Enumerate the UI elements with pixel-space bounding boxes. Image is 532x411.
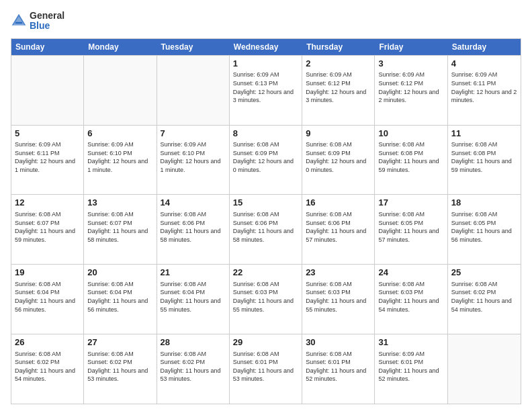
day-info: Sunrise: 6:08 AM Sunset: 6:02 PM Dayligh… (15, 350, 80, 383)
day-number: 9 (306, 128, 371, 140)
calendar-cell: 1Sunrise: 6:09 AM Sunset: 6:13 PM Daylig… (230, 56, 302, 125)
day-info: Sunrise: 6:08 AM Sunset: 6:08 PM Dayligh… (451, 140, 517, 174)
day-number: 3 (378, 58, 443, 70)
calendar-cell: 29Sunrise: 6:08 AM Sunset: 6:01 PM Dayli… (230, 334, 302, 404)
day-info: Sunrise: 6:08 AM Sunset: 6:02 PM Dayligh… (451, 280, 517, 314)
calendar-cell: 8Sunrise: 6:08 AM Sunset: 6:09 PM Daylig… (230, 126, 302, 195)
day-info: Sunrise: 6:09 AM Sunset: 6:11 PM Dayligh… (451, 71, 517, 104)
calendar-cell: 6Sunrise: 6:09 AM Sunset: 6:10 PM Daylig… (84, 126, 157, 195)
calendar-row: 1Sunrise: 6:09 AM Sunset: 6:13 PM Daylig… (11, 55, 521, 125)
calendar-cell: 30Sunrise: 6:08 AM Sunset: 6:01 PM Dayli… (302, 334, 375, 404)
calendar-cell: 7Sunrise: 6:09 AM Sunset: 6:10 PM Daylig… (157, 126, 230, 195)
day-number: 1 (233, 58, 298, 70)
weekday-header: Saturday (448, 39, 521, 55)
day-number: 14 (161, 197, 226, 209)
day-number: 2 (306, 58, 371, 70)
calendar-cell: 4Sunrise: 6:09 AM Sunset: 6:11 PM Daylig… (448, 56, 521, 125)
day-number: 13 (87, 197, 152, 209)
calendar-cell: 10Sunrise: 6:08 AM Sunset: 6:08 PM Dayli… (375, 126, 447, 195)
day-info: Sunrise: 6:08 AM Sunset: 6:07 PM Dayligh… (87, 210, 152, 244)
calendar-cell: 24Sunrise: 6:08 AM Sunset: 6:03 PM Dayli… (375, 265, 447, 334)
logo-text: General Blue (30, 11, 64, 32)
weekday-header: Sunday (11, 39, 84, 55)
day-info: Sunrise: 6:08 AM Sunset: 6:03 PM Dayligh… (378, 280, 443, 314)
calendar-cell: 5Sunrise: 6:09 AM Sunset: 6:11 PM Daylig… (11, 126, 84, 195)
day-info: Sunrise: 6:08 AM Sunset: 6:09 PM Dayligh… (306, 140, 371, 174)
day-number: 11 (451, 128, 517, 140)
calendar: SundayMondayTuesdayWednesdayThursdayFrid… (11, 38, 521, 404)
calendar-cell (11, 56, 84, 125)
day-number: 21 (161, 267, 226, 279)
day-info: Sunrise: 6:08 AM Sunset: 6:06 PM Dayligh… (161, 210, 226, 244)
weekday-header: Wednesday (230, 39, 302, 55)
logo: General Blue (11, 11, 64, 32)
day-info: Sunrise: 6:09 AM Sunset: 6:13 PM Dayligh… (233, 71, 298, 104)
day-info: Sunrise: 6:08 AM Sunset: 6:09 PM Dayligh… (233, 140, 298, 174)
day-info: Sunrise: 6:08 AM Sunset: 6:01 PM Dayligh… (306, 350, 371, 383)
day-info: Sunrise: 6:09 AM Sunset: 6:10 PM Dayligh… (161, 140, 226, 174)
day-number: 4 (451, 58, 517, 70)
calendar-cell: 17Sunrise: 6:08 AM Sunset: 6:05 PM Dayli… (375, 195, 447, 264)
calendar-row: 5Sunrise: 6:09 AM Sunset: 6:11 PM Daylig… (11, 125, 521, 195)
day-info: Sunrise: 6:08 AM Sunset: 6:08 PM Dayligh… (378, 140, 443, 174)
calendar-cell: 14Sunrise: 6:08 AM Sunset: 6:06 PM Dayli… (157, 195, 230, 264)
day-number: 17 (378, 197, 443, 209)
svg-rect-2 (15, 22, 22, 24)
calendar-row: 19Sunrise: 6:08 AM Sunset: 6:04 PM Dayli… (11, 264, 521, 334)
calendar-row: 26Sunrise: 6:08 AM Sunset: 6:02 PM Dayli… (11, 334, 521, 404)
day-info: Sunrise: 6:08 AM Sunset: 6:02 PM Dayligh… (87, 350, 152, 383)
calendar-cell: 28Sunrise: 6:08 AM Sunset: 6:02 PM Dayli… (157, 334, 230, 404)
calendar-cell: 21Sunrise: 6:08 AM Sunset: 6:04 PM Dayli… (157, 265, 230, 334)
day-info: Sunrise: 6:08 AM Sunset: 6:07 PM Dayligh… (15, 210, 80, 244)
day-info: Sunrise: 6:08 AM Sunset: 6:01 PM Dayligh… (233, 350, 298, 383)
calendar-cell: 13Sunrise: 6:08 AM Sunset: 6:07 PM Dayli… (84, 195, 157, 264)
calendar-cell: 19Sunrise: 6:08 AM Sunset: 6:04 PM Dayli… (11, 265, 84, 334)
calendar-cell: 9Sunrise: 6:08 AM Sunset: 6:09 PM Daylig… (302, 126, 375, 195)
calendar-cell: 16Sunrise: 6:08 AM Sunset: 6:06 PM Dayli… (302, 195, 375, 264)
day-number: 6 (87, 128, 152, 140)
day-number: 30 (306, 336, 371, 349)
day-info: Sunrise: 6:08 AM Sunset: 6:02 PM Dayligh… (161, 350, 226, 383)
day-info: Sunrise: 6:08 AM Sunset: 6:04 PM Dayligh… (161, 280, 226, 314)
calendar-cell: 15Sunrise: 6:08 AM Sunset: 6:06 PM Dayli… (230, 195, 302, 264)
calendar-cell: 18Sunrise: 6:08 AM Sunset: 6:05 PM Dayli… (448, 195, 521, 264)
calendar-cell: 2Sunrise: 6:09 AM Sunset: 6:12 PM Daylig… (302, 56, 375, 125)
day-info: Sunrise: 6:08 AM Sunset: 6:04 PM Dayligh… (87, 280, 152, 314)
calendar-cell: 25Sunrise: 6:08 AM Sunset: 6:02 PM Dayli… (448, 265, 521, 334)
logo-blue: Blue (30, 20, 50, 31)
weekday-header: Tuesday (157, 39, 230, 55)
day-info: Sunrise: 6:09 AM Sunset: 6:01 PM Dayligh… (378, 350, 443, 383)
day-info: Sunrise: 6:08 AM Sunset: 6:06 PM Dayligh… (233, 210, 298, 244)
calendar-cell: 26Sunrise: 6:08 AM Sunset: 6:02 PM Dayli… (11, 334, 84, 404)
calendar-cell: 23Sunrise: 6:08 AM Sunset: 6:03 PM Dayli… (302, 265, 375, 334)
day-number: 31 (378, 336, 443, 349)
calendar-cell: 22Sunrise: 6:08 AM Sunset: 6:03 PM Dayli… (230, 265, 302, 334)
day-info: Sunrise: 6:08 AM Sunset: 6:06 PM Dayligh… (306, 210, 371, 244)
calendar-cell (448, 334, 521, 404)
day-info: Sunrise: 6:08 AM Sunset: 6:05 PM Dayligh… (451, 210, 517, 244)
day-number: 29 (233, 336, 298, 349)
calendar-cell: 11Sunrise: 6:08 AM Sunset: 6:08 PM Dayli… (448, 126, 521, 195)
day-number: 8 (233, 128, 298, 140)
calendar-body: 1Sunrise: 6:09 AM Sunset: 6:13 PM Daylig… (11, 55, 521, 404)
day-number: 10 (378, 128, 443, 140)
day-number: 7 (161, 128, 226, 140)
calendar-cell: 27Sunrise: 6:08 AM Sunset: 6:02 PM Dayli… (84, 334, 157, 404)
day-number: 19 (15, 267, 80, 279)
calendar-cell (84, 56, 157, 125)
logo-general: General (30, 10, 64, 21)
day-number: 22 (233, 267, 298, 279)
calendar-row: 12Sunrise: 6:08 AM Sunset: 6:07 PM Dayli… (11, 194, 521, 264)
day-number: 20 (87, 267, 152, 279)
day-number: 27 (87, 336, 152, 349)
calendar-cell (157, 56, 230, 125)
day-info: Sunrise: 6:08 AM Sunset: 6:04 PM Dayligh… (15, 280, 80, 314)
day-number: 23 (306, 267, 371, 279)
day-info: Sunrise: 6:08 AM Sunset: 6:03 PM Dayligh… (233, 280, 298, 314)
day-info: Sunrise: 6:09 AM Sunset: 6:12 PM Dayligh… (306, 71, 371, 104)
logo-icon (11, 13, 27, 29)
page-header: General Blue (11, 11, 521, 32)
day-info: Sunrise: 6:08 AM Sunset: 6:03 PM Dayligh… (306, 280, 371, 314)
calendar-cell: 3Sunrise: 6:09 AM Sunset: 6:12 PM Daylig… (375, 56, 447, 125)
calendar-cell: 31Sunrise: 6:09 AM Sunset: 6:01 PM Dayli… (375, 334, 447, 404)
